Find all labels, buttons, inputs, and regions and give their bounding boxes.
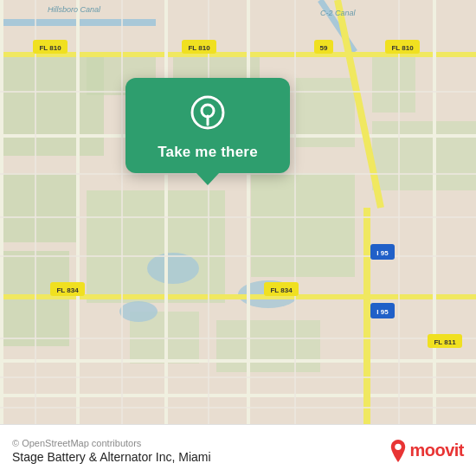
- svg-text:C-2 Canal: C-2 Canal: [320, 9, 357, 17]
- svg-point-13: [147, 253, 199, 284]
- moovit-logo: moovit: [389, 440, 464, 462]
- bottom-bar: © OpenStreetMap contributors Stage Batte…: [0, 424, 476, 476]
- svg-rect-36: [0, 407, 476, 408]
- svg-rect-29: [0, 0, 3, 424]
- svg-rect-28: [433, 0, 436, 424]
- svg-rect-12: [216, 320, 320, 372]
- svg-rect-31: [0, 173, 476, 175]
- attribution-text: © OpenStreetMap contributors: [12, 438, 211, 448]
- svg-rect-35: [0, 376, 476, 378]
- svg-rect-10: [372, 52, 415, 113]
- svg-rect-40: [294, 0, 296, 424]
- location-pin-icon: [187, 93, 228, 135]
- svg-rect-5: [251, 173, 355, 277]
- popup-card[interactable]: Take me there: [125, 78, 290, 173]
- svg-rect-23: [76, 0, 80, 424]
- map-container: FL 810 FL 810 FL 810 FL 834 FL 834 I 95 …: [0, 0, 476, 424]
- svg-text:FL 834: FL 834: [56, 286, 79, 294]
- moovit-brand-text: moovit: [409, 441, 464, 460]
- svg-text:I 95: I 95: [376, 249, 389, 257]
- svg-text:FL 834: FL 834: [270, 286, 293, 294]
- svg-rect-9: [372, 121, 476, 190]
- svg-rect-22: [0, 394, 476, 397]
- map-svg: FL 810 FL 810 FL 810 FL 834 FL 834 I 95 …: [0, 0, 476, 424]
- svg-rect-37: [35, 0, 36, 424]
- svg-rect-33: [0, 255, 476, 257]
- svg-rect-32: [0, 216, 476, 218]
- bottom-left-info: © OpenStreetMap contributors Stage Batte…: [12, 438, 211, 464]
- svg-rect-27: [363, 208, 370, 424]
- svg-text:FL 810: FL 810: [39, 44, 61, 52]
- svg-rect-34: [0, 338, 476, 339]
- svg-rect-38: [121, 0, 123, 424]
- svg-text:59: 59: [320, 44, 328, 52]
- take-me-there-button[interactable]: Take me there: [158, 144, 258, 161]
- svg-rect-21: [0, 359, 476, 363]
- svg-text:Hillsboro Canal: Hillsboro Canal: [48, 5, 101, 14]
- svg-point-15: [119, 301, 158, 322]
- svg-rect-2: [0, 173, 78, 242]
- svg-rect-39: [208, 0, 209, 424]
- svg-rect-24: [164, 0, 168, 424]
- moovit-pin-icon: [389, 440, 408, 462]
- svg-point-66: [396, 443, 402, 449]
- business-name: Stage Battery & Alternator Inc, Miami: [12, 450, 211, 464]
- svg-text:FL 811: FL 811: [434, 338, 456, 346]
- svg-rect-25: [247, 0, 250, 424]
- svg-text:I 95: I 95: [376, 308, 389, 316]
- svg-rect-4: [87, 190, 225, 303]
- svg-rect-41: [398, 0, 400, 424]
- svg-text:FL 810: FL 810: [391, 44, 414, 52]
- svg-text:FL 810: FL 810: [188, 44, 210, 52]
